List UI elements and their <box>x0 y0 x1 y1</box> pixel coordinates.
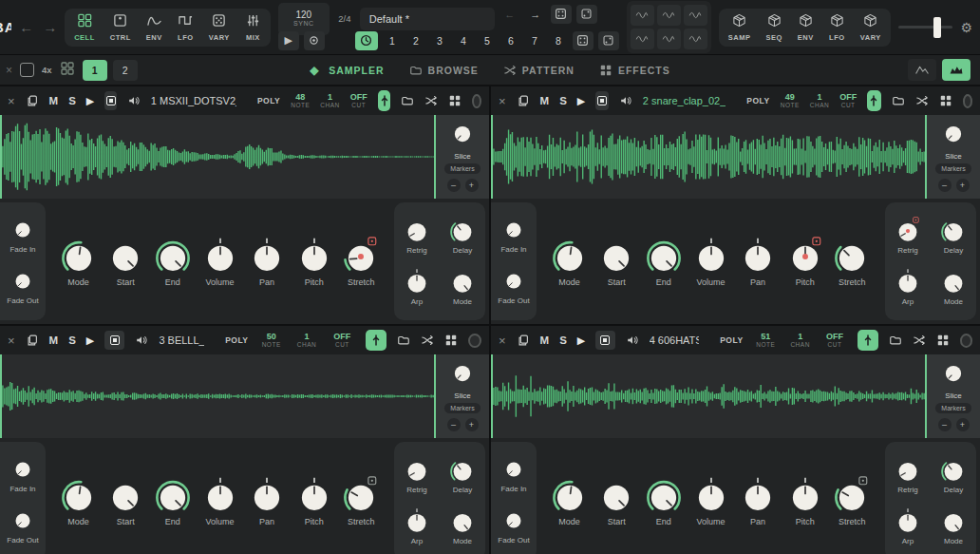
master-volume-slider[interactable] <box>898 17 953 38</box>
note-stepper[interactable]: 51 NOTE <box>754 332 778 349</box>
note-stepper[interactable]: 49 NOTE <box>781 92 800 109</box>
cell-play-button[interactable]: ▶ <box>577 95 585 107</box>
envelope-view-icon[interactable] <box>908 59 936 81</box>
arp-knob[interactable]: Arp <box>403 268 431 306</box>
slice-knob[interactable] <box>941 360 966 389</box>
waveform-display[interactable] <box>491 354 927 438</box>
keys-mode-button[interactable] <box>366 330 387 351</box>
retrig-knob[interactable]: Retrig <box>403 456 431 494</box>
slice-plus-button[interactable]: + <box>465 418 479 431</box>
shuffle-icon[interactable] <box>424 94 438 107</box>
channel-stepper[interactable]: 1 CHAN <box>810 92 829 109</box>
mute-button[interactable]: M <box>49 95 59 106</box>
fade-out-knob[interactable] <box>502 269 525 296</box>
delay-knob[interactable]: Delay <box>448 456 477 494</box>
mode-button-ctrl[interactable]: CTRL <box>110 13 131 42</box>
cell-record-button[interactable] <box>472 94 481 108</box>
start-knob[interactable]: Start <box>596 237 636 287</box>
mode-button-lfo[interactable]: LFO <box>178 13 194 42</box>
folder-icon[interactable] <box>889 334 902 347</box>
redo-icon[interactable]: → <box>525 5 546 24</box>
scene-button-6[interactable]: 6 <box>501 31 520 50</box>
start-knob[interactable]: Start <box>105 476 145 526</box>
lfo-shape-button[interactable] <box>657 5 681 26</box>
close-icon[interactable]: × <box>499 94 506 108</box>
grid-icon[interactable] <box>936 334 950 347</box>
start-marker[interactable] <box>491 354 493 438</box>
tab-effects[interactable]: EFFECTS <box>599 64 670 77</box>
folder-icon[interactable] <box>397 334 410 347</box>
copy-icon[interactable] <box>517 94 530 107</box>
mute-button[interactable]: M <box>540 95 550 106</box>
scene-expand-icon[interactable] <box>598 31 619 50</box>
delay-knob[interactable]: Delay <box>448 217 477 255</box>
slice-minus-button[interactable]: – <box>938 179 952 192</box>
poly-mode-button[interactable]: POLY <box>720 335 743 345</box>
volume-knob[interactable]: Volume <box>691 476 731 526</box>
solo-button[interactable]: S <box>559 334 567 346</box>
lfo-shape-button[interactable] <box>631 29 654 49</box>
time-signature[interactable]: 2/4 <box>334 13 355 24</box>
markers-button[interactable]: Markers <box>444 403 480 413</box>
play-button[interactable]: ▶ <box>278 31 299 50</box>
sample-name[interactable]: 1 MSXII_DOTSV2_[[Books_And_... <box>151 95 236 106</box>
copy-icon[interactable] <box>26 334 39 347</box>
delay-knob[interactable]: Delay <box>939 217 968 255</box>
shuffle-icon[interactable] <box>421 334 434 347</box>
speaker-icon[interactable] <box>619 94 632 107</box>
mute-button[interactable]: M <box>540 334 550 346</box>
slice-minus-button[interactable]: – <box>447 179 461 192</box>
markers-button[interactable]: Markers <box>935 163 971 174</box>
expand-icon[interactable] <box>576 5 597 24</box>
volume-knob[interactable]: Volume <box>691 237 731 287</box>
slice-plus-button[interactable]: + <box>465 179 479 192</box>
cut-stepper[interactable]: OFF CUT <box>350 92 368 109</box>
cell-record-button[interactable] <box>468 334 481 348</box>
mode-knob[interactable]: Mode <box>939 507 968 545</box>
scene-clock-button[interactable] <box>355 31 378 50</box>
start-knob[interactable]: Start <box>105 237 145 287</box>
mode-knob[interactable]: Mode <box>59 476 99 526</box>
slice-minus-button[interactable]: – <box>938 418 952 431</box>
cell-stop-button[interactable] <box>104 331 124 350</box>
checkbox[interactable] <box>20 63 34 77</box>
cell-record-button[interactable] <box>963 94 972 108</box>
delay-knob[interactable]: Delay <box>939 456 968 494</box>
volume-knob[interactable]: Volume <box>200 237 240 287</box>
fade-out-knob[interactable] <box>11 508 34 535</box>
tab-pattern[interactable]: PATTERN <box>503 64 575 77</box>
grid-layout-icon[interactable] <box>60 61 75 80</box>
poly-mode-button[interactable]: POLY <box>225 335 248 345</box>
channel-stepper[interactable]: 1 CHAN <box>294 332 319 349</box>
slice-plus-button[interactable]: + <box>956 179 970 192</box>
mode-knob[interactable]: Mode <box>550 476 590 526</box>
fade-out-knob[interactable] <box>502 508 525 535</box>
mode-button-env[interactable]: ENV <box>146 13 162 42</box>
speaker-icon[interactable] <box>135 334 148 347</box>
bank-pad-2[interactable]: 2 <box>113 60 138 81</box>
tab-browse[interactable]: BROWSE <box>409 64 479 77</box>
speaker-icon[interactable] <box>127 94 141 107</box>
channel-stepper[interactable]: 1 CHAN <box>788 332 812 349</box>
sample-name[interactable]: 3 BELLL_3 <box>159 334 204 346</box>
mode-knob[interactable]: Mode <box>448 268 477 306</box>
scene-button-3[interactable]: 3 <box>430 31 449 50</box>
section-button-seq[interactable]: SEQ <box>765 13 782 42</box>
start-knob[interactable]: Start <box>596 476 636 526</box>
scene-button-1[interactable]: 1 <box>383 31 402 50</box>
note-stepper[interactable]: 48 NOTE <box>291 92 310 109</box>
start-marker[interactable] <box>491 115 493 199</box>
cell-play-button[interactable]: ▶ <box>577 334 585 347</box>
pitch-knob[interactable]: Pitch <box>785 476 825 526</box>
mode-knob[interactable]: Mode <box>550 237 590 287</box>
slice-knob[interactable] <box>450 121 475 149</box>
sample-name[interactable]: 4 606HATS2 <box>650 334 700 346</box>
speaker-icon[interactable] <box>626 334 639 347</box>
end-knob[interactable]: End <box>644 476 684 526</box>
copy-icon[interactable] <box>517 334 530 347</box>
cell-play-button[interactable]: ▶ <box>86 334 94 347</box>
scene-button-5[interactable]: 5 <box>478 31 497 50</box>
shuffle-icon[interactable] <box>913 334 926 347</box>
grid-icon[interactable] <box>444 334 458 347</box>
start-marker[interactable] <box>0 115 2 199</box>
